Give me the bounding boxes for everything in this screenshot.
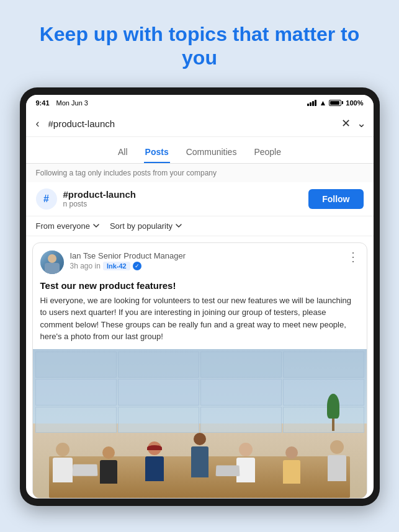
status-right: ▲ 100% bbox=[307, 99, 363, 107]
following-notice: Following a tag only includes posts from… bbox=[26, 164, 374, 182]
post-body: Hi everyone, we are looking for voluntee… bbox=[33, 295, 367, 349]
chevron-down-icon-2 bbox=[175, 222, 182, 229]
post-header: Ian Tse Senior Product Manager 3h ago in… bbox=[33, 243, 367, 278]
post-title: Test our new product features! bbox=[33, 278, 367, 295]
search-bar: ‹ #product-launch ✕ ⌄ bbox=[26, 111, 374, 137]
tabs-container: All Posts Communities People bbox=[26, 137, 374, 164]
search-input[interactable]: #product-launch bbox=[48, 118, 335, 129]
post-time: 3h ago in Ink-42 ✓ bbox=[70, 262, 186, 270]
device-screen: 9:41 Mon Jun 3 ▲ 100% bbox=[26, 95, 374, 499]
battery-icon bbox=[329, 100, 343, 106]
photo-simulation bbox=[33, 349, 367, 498]
post-more-button[interactable]: ⋮ bbox=[347, 250, 359, 263]
tab-posts[interactable]: Posts bbox=[144, 143, 170, 163]
from-filter-label: From everyone bbox=[36, 221, 90, 231]
filter-row: From everyone Sort by popularity bbox=[26, 216, 374, 236]
post-author: Ian Tse Senior Product Manager 3h ago in… bbox=[40, 250, 186, 274]
status-time: 9:41 Mon Jun 3 bbox=[36, 99, 88, 107]
person-7 bbox=[328, 440, 346, 481]
person-1 bbox=[53, 443, 73, 482]
search-actions: ✕ ⌄ bbox=[341, 117, 366, 130]
hero-title: Keep up with topics that matter to you bbox=[0, 0, 399, 87]
person-2 bbox=[100, 446, 117, 484]
tab-all[interactable]: All bbox=[117, 143, 129, 163]
person-6 bbox=[283, 446, 300, 484]
post-meta: Ian Tse Senior Product Manager 3h ago in… bbox=[70, 250, 186, 270]
sort-filter[interactable]: Sort by popularity bbox=[110, 221, 182, 231]
post-image bbox=[33, 349, 367, 498]
from-filter[interactable]: From everyone bbox=[36, 221, 100, 231]
tab-people[interactable]: People bbox=[253, 143, 282, 163]
wifi-icon: ▲ bbox=[319, 99, 326, 107]
tag-name: #product-launch bbox=[63, 189, 137, 200]
status-bar: 9:41 Mon Jun 3 ▲ 100% bbox=[26, 95, 374, 111]
sort-filter-label: Sort by popularity bbox=[110, 221, 173, 231]
tag-row: # #product-launch n posts Follow bbox=[26, 182, 374, 216]
post-card: Ian Tse Senior Product Manager 3h ago in… bbox=[32, 242, 367, 499]
battery-percent: 100% bbox=[346, 99, 363, 107]
person-3 bbox=[145, 441, 164, 481]
company-badge: Ink-42 bbox=[103, 262, 130, 270]
clear-button[interactable]: ✕ bbox=[341, 117, 351, 130]
more-button[interactable]: ⌄ bbox=[357, 117, 366, 130]
device-frame: 9:41 Mon Jun 3 ▲ 100% bbox=[20, 87, 380, 506]
tag-hash-icon: # bbox=[36, 188, 57, 210]
tag-post-count: n posts bbox=[63, 200, 137, 208]
chevron-down-icon bbox=[92, 222, 100, 229]
follow-button[interactable]: Follow bbox=[308, 189, 363, 209]
person-5 bbox=[236, 443, 255, 482]
tab-communities[interactable]: Communities bbox=[185, 143, 238, 163]
back-button[interactable]: ‹ bbox=[34, 116, 42, 131]
verified-icon: ✓ bbox=[133, 262, 141, 270]
avatar bbox=[40, 250, 64, 274]
avatar-image bbox=[40, 250, 64, 274]
post-author-name: Ian Tse Senior Product Manager bbox=[70, 250, 186, 260]
tag-info: # #product-launch n posts bbox=[36, 188, 137, 210]
person-4 bbox=[191, 433, 208, 477]
tag-details: #product-launch n posts bbox=[63, 189, 137, 208]
signal-bars bbox=[307, 100, 316, 106]
